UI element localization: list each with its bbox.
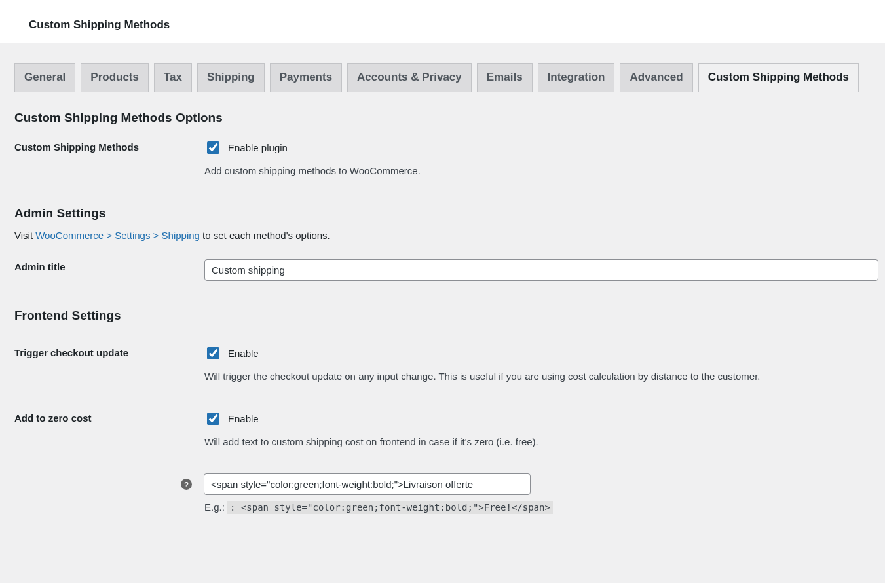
- admin-title-label: Admin title: [14, 259, 204, 272]
- admin-visit-suffix: to set each method's options.: [200, 230, 330, 241]
- tab-general[interactable]: General: [14, 63, 75, 92]
- section-options-title: Custom Shipping Methods Options: [14, 111, 885, 125]
- trigger-checkout-checkbox-label: Enable: [228, 348, 259, 359]
- tab-shipping[interactable]: Shipping: [197, 63, 265, 92]
- add-zero-label: Add to zero cost: [14, 411, 204, 424]
- add-zero-text-input[interactable]: [204, 473, 531, 495]
- add-zero-checkbox-label: Enable: [228, 413, 259, 424]
- tab-advanced[interactable]: Advanced: [620, 63, 692, 92]
- admin-title-input[interactable]: [204, 259, 878, 281]
- trigger-checkout-label: Trigger checkout update: [14, 345, 204, 358]
- enable-plugin-label: Custom Shipping Methods: [14, 139, 204, 153]
- example-code: : <span style="color:green;font-weight:b…: [227, 501, 553, 514]
- tab-tax[interactable]: Tax: [154, 63, 192, 92]
- example-prefix: E.g.:: [204, 502, 227, 513]
- section-admin-title: Admin Settings: [14, 206, 885, 221]
- add-zero-checkbox[interactable]: [207, 413, 219, 425]
- admin-visit-link[interactable]: WooCommerce > Settings > Shipping: [35, 230, 200, 241]
- add-zero-example: E.g.: : <span style="color:green;font-we…: [204, 502, 878, 513]
- enable-plugin-checkbox[interactable]: [207, 141, 219, 154]
- tab-custom-shipping-methods[interactable]: Custom Shipping Methods: [698, 63, 859, 92]
- tab-accounts-privacy[interactable]: Accounts & Privacy: [347, 63, 472, 92]
- help-icon[interactable]: ?: [181, 479, 192, 490]
- tab-integration[interactable]: Integration: [538, 63, 615, 92]
- tab-products[interactable]: Products: [81, 63, 149, 92]
- enable-plugin-description: Add custom shipping methods to WooCommer…: [204, 165, 878, 176]
- nav-tabs: General Products Tax Shipping Payments A…: [14, 43, 885, 92]
- enable-plugin-checkbox-label: Enable plugin: [228, 142, 288, 153]
- trigger-checkout-description: Will trigger the checkout update on any …: [204, 371, 878, 382]
- page-title: Custom Shipping Methods: [29, 18, 871, 31]
- tab-payments[interactable]: Payments: [270, 63, 342, 92]
- tab-emails[interactable]: Emails: [477, 63, 533, 92]
- section-frontend-title: Frontend Settings: [14, 308, 885, 323]
- admin-visit-prefix: Visit: [14, 230, 35, 241]
- add-zero-description: Will add text to custom shipping cost on…: [204, 436, 878, 447]
- admin-visit-text: Visit WooCommerce > Settings > Shipping …: [14, 230, 885, 241]
- trigger-checkout-checkbox[interactable]: [207, 347, 219, 359]
